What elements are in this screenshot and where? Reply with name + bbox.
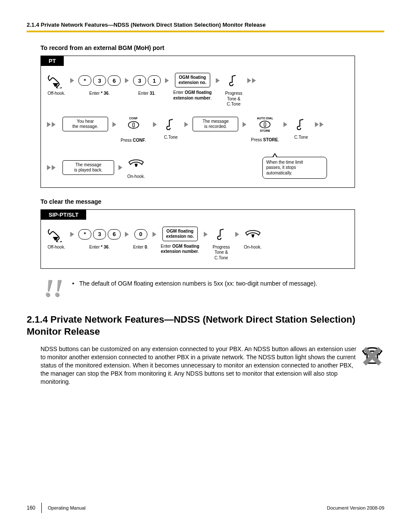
ogm-label2: Enter OGM floatingextension number. <box>161 244 199 255</box>
note-text: • The default of OGM floating extension … <box>72 280 318 287</box>
svg-rect-1 <box>133 123 134 127</box>
time-limit-note: When the time limit passes, it stops aut… <box>262 157 327 179</box>
arrow-icon <box>184 122 188 127</box>
arrow-icon <box>112 122 116 127</box>
key-1: 1 <box>148 75 161 86</box>
enter36-label: Enter * 36. <box>89 245 109 250</box>
ctone-label: C.Tone <box>164 135 178 140</box>
key-star: * <box>78 75 91 86</box>
enter0-label: Enter 0. <box>133 245 148 250</box>
note-icon <box>161 117 180 132</box>
footer-sep <box>41 503 42 513</box>
arrow-icon <box>204 232 208 237</box>
arrow-icon <box>165 78 169 83</box>
page-header: 2.1.4 Private Network Features—NDSS (Net… <box>27 22 384 28</box>
clear-title: To clear the message <box>40 198 384 205</box>
hear-message: You hear the message. <box>62 117 108 131</box>
svg-rect-3 <box>264 122 266 127</box>
ogm-label: Enter OGM floatingextension number. <box>173 90 212 101</box>
arrow-icon <box>235 232 239 237</box>
svg-point-2 <box>260 121 270 128</box>
double-arrow-icon <box>47 165 56 170</box>
page: 2.1.4 Private Network Features—NDSS (Net… <box>0 0 411 532</box>
clear-tab: SIP-PT/SLT <box>41 210 86 220</box>
ogm-box: OGM floating extension no. <box>175 73 210 87</box>
handset-onhook-icon <box>127 156 146 171</box>
section-heading: 2.1.4 Private Network Features—NDSS (Net… <box>27 314 384 337</box>
handset-onhook-icon <box>243 227 262 242</box>
keys-star36b: * 3 6 <box>78 227 121 242</box>
store-button-icon <box>255 120 274 129</box>
keys-0: 0 <box>134 227 147 242</box>
double-arrow-icon <box>315 122 324 127</box>
onhook-label: On-hook. <box>127 174 145 180</box>
record-title: To record from an external BGM (MoH) por… <box>40 44 384 51</box>
double-arrow-icon <box>247 78 256 83</box>
note-icon <box>212 227 231 242</box>
progress-label: Progress Tone & C.Tone <box>225 91 242 107</box>
arrow-icon <box>118 165 122 170</box>
arrow-icon <box>125 232 129 237</box>
offhook-label: Off-hook. <box>48 91 65 96</box>
store-label: Press STORE. <box>251 137 279 143</box>
keys-31: 3 1 <box>133 73 161 88</box>
double-arrow-icon <box>47 122 56 127</box>
store-top: AUTO DIAL <box>257 117 273 120</box>
note-icon <box>292 117 311 132</box>
arrow-icon <box>153 232 156 237</box>
svg-point-0 <box>128 121 139 128</box>
footer-right: Document Version 2008-09 <box>327 505 384 510</box>
handset-offhook-icon <box>47 227 66 242</box>
arrow-icon <box>70 78 74 83</box>
progress-label2: Progress Tone & C.Tone <box>212 245 230 261</box>
record-diagram: PT Off-hook. * 3 6 Enter * 36. <box>40 56 355 188</box>
ogm-box2: OGM floating extension no. <box>162 227 198 241</box>
header-rule <box>27 31 384 32</box>
note-row: !! • The default of OGM floating extensi… <box>44 280 384 299</box>
played-message: The message is played back. <box>62 160 114 175</box>
footer-left: Operating Manual <box>48 505 85 510</box>
ctone-label2: C.Tone <box>294 135 308 140</box>
keys-star36: * 3 6 <box>78 73 121 88</box>
key-star: * <box>78 229 91 240</box>
store-bot: STORE <box>260 129 270 132</box>
arrow-icon <box>70 232 74 237</box>
key-6: 6 <box>108 229 121 240</box>
section-body-text: NDSS buttons can be customized on any ex… <box>40 345 357 386</box>
arrow-icon <box>125 78 129 83</box>
enter36-label: Enter * 36. <box>89 91 109 96</box>
offhook-label: Off-hook. <box>48 245 65 250</box>
key-3b: 3 <box>133 75 146 86</box>
enter31-label: Enter 31. <box>138 91 156 96</box>
arrow-icon <box>216 78 220 83</box>
key-0: 0 <box>134 229 147 240</box>
conf-button-icon <box>124 120 143 130</box>
arrow-icon <box>283 122 287 127</box>
handset-offhook-icon <box>47 73 66 88</box>
conf-top: CONF <box>129 117 138 120</box>
key-3: 3 <box>93 75 106 86</box>
key-6: 6 <box>108 75 121 86</box>
key-3: 3 <box>93 229 106 240</box>
phone-crossed-icon <box>360 345 384 386</box>
page-footer: 160 Operating Manual Document Version 20… <box>27 503 384 513</box>
arrow-icon <box>153 122 157 127</box>
onhook-label2: On-hook. <box>244 245 262 250</box>
conf-label: Press CONF. <box>121 138 146 143</box>
record-tab: PT <box>41 56 64 66</box>
page-number: 160 <box>27 505 35 511</box>
section-body: NDSS buttons can be customized on any ex… <box>40 345 384 386</box>
attention-icon: !! <box>44 277 63 299</box>
note-icon <box>224 73 243 88</box>
recorded-message: The message is recorded. <box>193 117 238 131</box>
clear-diagram: SIP-PT/SLT Off-hook. * 3 6 Enter * 36. <box>40 209 355 269</box>
arrow-icon <box>243 122 246 127</box>
